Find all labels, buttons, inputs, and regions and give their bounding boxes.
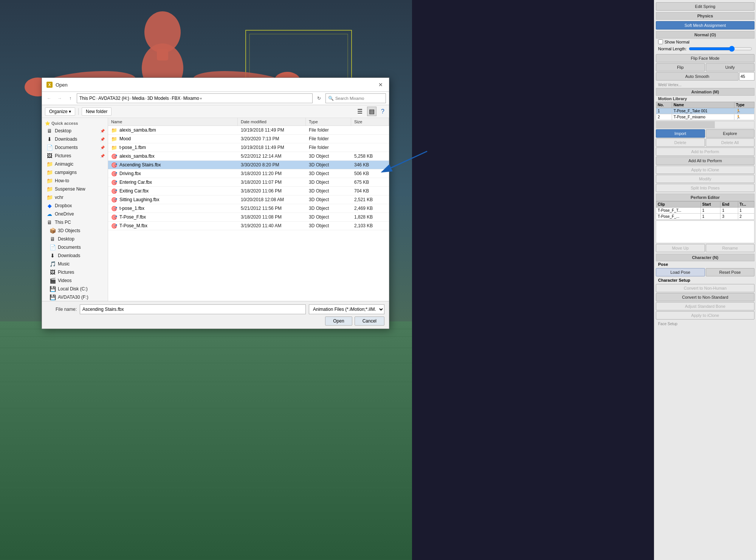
delete-button[interactable]: Delete (656, 138, 705, 147)
reset-pose-button[interactable]: Reset Pose (706, 268, 755, 276)
filetype-select[interactable]: Animation Files (*.iMotion;*.iIM... (309, 304, 384, 314)
sidebar-item-music[interactable]: 🎵 Music (42, 260, 108, 268)
file-row[interactable]: 🎯 Driving.fbx 3/18/2020 11:20 PM 3D Obje… (108, 169, 389, 178)
file-row[interactable]: 📁 t-pose_1.fbm 10/19/2018 11:49 PM File … (108, 143, 389, 152)
col-size[interactable]: Size (351, 118, 389, 126)
file-row[interactable]: 📁 alexis_samba.fbm 10/19/2018 11:49 PM F… (108, 126, 389, 135)
breadcrumb-media[interactable]: Media (132, 96, 144, 101)
search-input[interactable] (335, 96, 387, 101)
sidebar-item-onedrive[interactable]: ☁ OneDrive (42, 210, 108, 218)
breadcrumb-this-pc[interactable]: This PC (79, 96, 96, 101)
sidebar-item-campaigns[interactable]: 📁 campaigns (42, 168, 108, 177)
new-folder-button[interactable]: New folder (82, 107, 112, 116)
sidebar-item-suspense-label: Suspense New (55, 186, 85, 192)
motion-row[interactable]: 2 T-Pose_F_mixamo 🏃 (656, 114, 754, 120)
cancel-button[interactable]: Cancel (355, 316, 384, 326)
motion-scrollbar[interactable] (656, 121, 754, 129)
file-name: T-Pose_F.fbx (119, 214, 146, 220)
file-date: 3/18/2020 11:07 PM (238, 178, 306, 186)
import-button[interactable]: Import (656, 129, 705, 138)
filename-input[interactable] (80, 304, 306, 314)
soft-mesh-button[interactable]: Soft Mesh Assignment (656, 21, 754, 29)
col-type[interactable]: Type (306, 118, 351, 126)
sidebar-item-pc-documents[interactable]: 📄 Documents (42, 243, 108, 251)
sidebar-item-documents[interactable]: 📄 Documents 📌 (42, 143, 108, 152)
file-row[interactable]: 📁 Mood 3/20/2020 7:13 PM File folder (108, 135, 389, 143)
file-row[interactable]: 🎯 t-pose_1.fbx 5/21/2012 11:56 PM 3D Obj… (108, 204, 389, 213)
convert-non-human-button[interactable]: Convert to Non-Human (656, 284, 754, 292)
sidebar-item-this-pc[interactable]: 🖥 This PC (42, 218, 108, 226)
sidebar-item-3dobjects[interactable]: 📦 3D Objects (42, 226, 108, 235)
sidebar-item-suspense-new[interactable]: 📁 Suspense New (42, 185, 108, 193)
breadcrumb-3dmodels[interactable]: 3D Models (147, 96, 169, 101)
show-normal-checkbox[interactable] (658, 39, 663, 44)
apply-to-iclone-button[interactable]: Apply to iClone (656, 166, 754, 174)
view-details-icon[interactable]: ▤ (367, 107, 376, 116)
3d-file-icon: 🎯 (111, 179, 117, 185)
add-to-perform-button[interactable]: Add to Perform (656, 147, 754, 156)
breadcrumb-fbx[interactable]: FBX (172, 96, 180, 101)
col-date-modified[interactable]: Date modified (238, 118, 306, 126)
3d-file-icon: 🎯 (111, 153, 117, 159)
sidebar-item-local-disk-c[interactable]: 💾 Local Disk (C:) (42, 285, 108, 293)
sidebar-item-pc-desktop[interactable]: 🖥 Desktop (42, 235, 108, 243)
sidebar-item-pc-pictures[interactable]: 🖼 Pictures (42, 268, 108, 276)
auto-smooth-value[interactable] (739, 72, 754, 81)
sidebar-item-downloads[interactable]: ⬇ Downloads 📌 (42, 135, 108, 143)
delete-all-button[interactable]: Delete All (706, 138, 755, 147)
edit-spring-button[interactable]: Edit Spring (656, 2, 754, 11)
back-button[interactable]: ← (45, 94, 53, 102)
breadcrumb-mixamo[interactable]: Mixamo (183, 96, 199, 101)
open-button[interactable]: Open (325, 316, 352, 326)
add-all-to-perform-button[interactable]: Add All to Perform (656, 157, 754, 165)
sidebar-item-videos[interactable]: 🎬 Videos (42, 276, 108, 285)
sidebar-item-animagic[interactable]: 📁 Animagic (42, 160, 108, 168)
split-into-poses-button[interactable]: Split Into Poses (656, 184, 754, 192)
forward-button[interactable]: → (56, 94, 64, 102)
sidebar-item-pictures[interactable]: 🖼 Pictures 📌 (42, 152, 108, 160)
explore-button[interactable]: Explore (706, 129, 755, 138)
sidebar-item-desktop[interactable]: 🖥 Desktop 📌 (42, 127, 108, 135)
pc-documents-icon: 📄 (50, 244, 56, 250)
apply-to-iclone-char-button[interactable]: Apply to iClone (656, 311, 754, 320)
file-row[interactable]: 🎯 alexis_samba.fbx 5/22/2012 12:14 AM 3D… (108, 152, 389, 161)
help-icon[interactable]: ? (380, 107, 386, 116)
col-name[interactable]: Name (108, 118, 238, 126)
sidebar-item-vchr[interactable]: 📁 vchr (42, 193, 108, 202)
sidebar-item-pc-pictures-label: Pictures (58, 270, 74, 275)
up-button[interactable]: ↑ (66, 94, 74, 102)
load-pose-button[interactable]: Load Pose (656, 268, 705, 276)
sidebar-item-pc-downloads[interactable]: ⬇ Downloads (42, 251, 108, 260)
sidebar-item-howto[interactable]: 📁 How-to (42, 177, 108, 185)
move-up-button[interactable]: Move Up (656, 244, 705, 252)
flip-face-mode-button[interactable]: Flip Face Mode (656, 54, 754, 62)
motion-row[interactable]: 1 T-Pose_F_Take 001 🏃 (656, 108, 754, 114)
file-row[interactable]: 🎯 T-Pose_F.fbx 3/18/2020 11:08 PM 3D Obj… (108, 213, 389, 222)
dialog-toolbar: Organize ▾ New folder ☰ ▤ ? (42, 105, 389, 118)
refresh-button[interactable]: ↻ (315, 94, 323, 102)
close-button[interactable]: ✕ (377, 81, 384, 88)
breadcrumb-avdata32[interactable]: AVDATA32 (H:) (98, 96, 129, 101)
sidebar-item-avdata30[interactable]: 💾 AVDATA30 (F:) (42, 293, 108, 301)
perform-start: 1 (700, 208, 720, 214)
view-list-icon[interactable]: ☰ (356, 107, 364, 116)
convert-non-standard-button[interactable]: Convert to Non-Standard (656, 293, 754, 301)
rename-button[interactable]: Rename (706, 244, 755, 252)
dialog-footer: File name: Animation Files (*.iMotion;*.… (42, 301, 389, 329)
file-row[interactable]: 🎯 T-Pose_M.fbx 3/19/2020 11:40 AM 3D Obj… (108, 222, 389, 230)
flip-button[interactable]: Flip (656, 63, 705, 71)
file-row[interactable]: 🎯 Exiting Car.fbx 3/18/2020 11:06 PM 3D … (108, 187, 389, 195)
organize-button[interactable]: Organize ▾ (45, 107, 75, 116)
file-row-selected[interactable]: 🎯 Ascending Stairs.fbx 3/30/2020 8:20 PM… (108, 161, 389, 169)
auto-smooth-button[interactable]: Auto Smooth (656, 72, 739, 81)
file-row[interactable]: 🎯 Entering Car.fbx 3/18/2020 11:07 PM 3D… (108, 178, 389, 187)
unify-button[interactable]: Unify (706, 63, 755, 71)
breadcrumb[interactable]: This PC › AVDATA32 (H:) › Media › 3D Mod… (77, 93, 313, 103)
modify-button[interactable]: Modify (656, 175, 754, 183)
sidebar-item-dropbox[interactable]: ◆ Dropbox (42, 202, 108, 210)
adjust-standard-bone-button[interactable]: Adjust Standard Bone (656, 302, 754, 310)
file-row[interactable]: 🎯 Sitting Laughing.fbx 10/20/2018 12:08 … (108, 195, 389, 204)
perform-row[interactable]: T-Pose_F_T... 1 1 1 (656, 208, 754, 214)
perform-row[interactable]: T-Pose_F_... 1 3 2 (656, 214, 754, 220)
normal-length-slider[interactable] (689, 46, 752, 52)
